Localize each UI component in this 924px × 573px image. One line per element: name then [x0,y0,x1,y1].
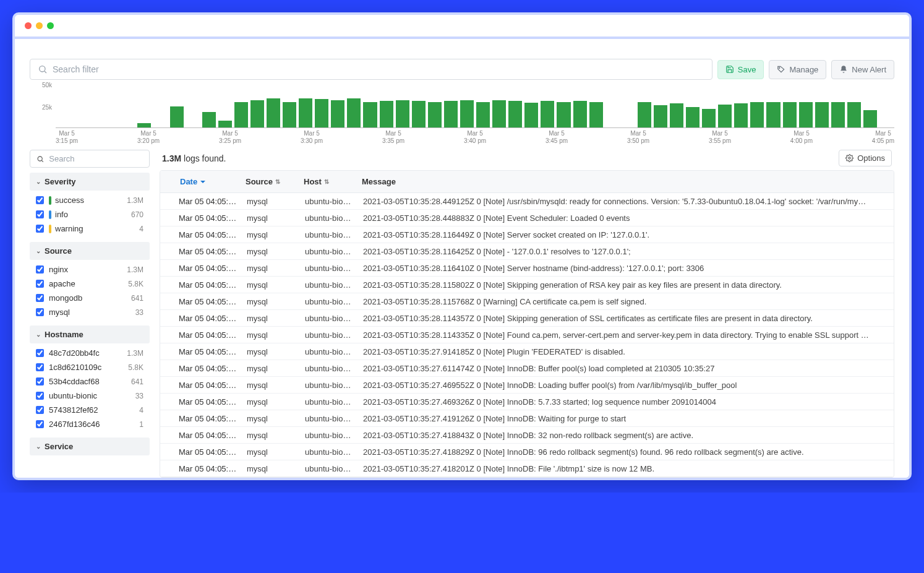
table-row[interactable]: Mar 05 04:05:39mysqlubuntu-bionic2021-03… [160,410,894,427]
chart-bar[interactable] [847,102,861,127]
facet-item[interactable]: nginx1.3M [31,262,148,277]
chart-bar[interactable] [492,100,506,127]
facet-search-input[interactable] [49,154,143,163]
save-button[interactable]: Save [717,60,764,79]
chart-bar[interactable] [815,102,829,127]
table-row[interactable]: Mar 05 04:05:39mysqlubuntu-bionic2021-03… [160,460,894,477]
chart-bar[interactable] [638,102,651,127]
chart-bar[interactable] [380,101,393,127]
facet-item[interactable]: 1c8d6210109c5.8K [31,360,148,374]
facet-item[interactable]: 53b4cddacf68641 [31,374,148,389]
chart-bar[interactable] [234,102,248,127]
chart-bar[interactable] [347,98,361,127]
column-message[interactable]: Message [357,171,894,192]
chart-bar[interactable] [863,110,877,127]
chart-bar[interactable] [267,98,280,127]
table-row[interactable]: Mar 05 04:05:39mysqlubuntu-bionic2021-03… [160,310,894,327]
chart-bar[interactable] [734,103,748,127]
facet-checkbox[interactable] [36,308,44,316]
chart-bar[interactable] [654,105,667,127]
chart-bar[interactable] [476,102,490,127]
chart-bar[interactable] [783,102,797,127]
maximize-icon[interactable] [47,22,54,29]
table-row[interactable]: Mar 05 04:05:39mysqlubuntu-bionic2021-03… [160,377,894,394]
facet-header[interactable]: ⌄Hostname [30,325,150,343]
new-alert-button[interactable]: New Alert [831,60,894,79]
table-row[interactable]: Mar 05 04:05:39mysqlubuntu-bionic2021-03… [160,210,894,226]
column-source[interactable]: Source ⇅ [241,171,299,192]
facet-item[interactable]: apache5.8K [31,277,148,291]
chart-bar[interactable] [702,109,716,127]
facet-item[interactable]: ubuntu-bionic33 [31,389,148,403]
table-row[interactable]: Mar 05 04:05:39mysqlubuntu-bionic2021-03… [160,293,894,310]
chart-bar[interactable] [315,99,328,127]
chart-bar[interactable] [428,102,442,127]
column-host[interactable]: Host ⇅ [299,171,357,192]
minimize-icon[interactable] [36,22,43,29]
facet-checkbox[interactable] [36,210,44,218]
chart-bar[interactable] [363,102,377,127]
chart-bar[interactable] [283,102,296,127]
chart-bar[interactable] [170,106,184,128]
chart-bar[interactable] [299,98,312,127]
chart-bar[interactable] [718,105,732,127]
facet-checkbox[interactable] [36,406,44,414]
chart-bar[interactable] [396,100,409,127]
facet-checkbox[interactable] [36,349,44,357]
table-row[interactable]: Mar 05 04:05:39mysqlubuntu-bionic2021-03… [160,427,894,444]
facet-item[interactable]: info670 [31,207,148,222]
facet-header[interactable]: ⌄Severity [30,173,150,191]
table-row[interactable]: Mar 05 04:05:39mysqlubuntu-bionic2021-03… [160,360,894,377]
facet-item[interactable]: 2467fd136c461 [31,417,148,431]
chart-bar[interactable] [831,102,845,127]
facet-item[interactable]: success1.3M [31,193,148,207]
chart-bar[interactable] [460,100,474,127]
facet-checkbox[interactable] [36,294,44,302]
facet-checkbox[interactable] [36,265,44,274]
table-row[interactable]: Mar 05 04:05:39mysqlubuntu-bionic2021-03… [160,243,894,260]
facet-header[interactable]: ⌄Service [30,437,150,455]
facet-checkbox[interactable] [36,392,44,400]
chart-bars[interactable] [56,85,894,128]
chart-bar[interactable] [589,102,603,127]
facet-item[interactable]: mysql33 [31,305,148,319]
facet-checkbox[interactable] [36,196,44,204]
facet-checkbox[interactable] [36,225,44,233]
facet-item[interactable]: 48c7d20bb4fc1.3M [31,346,148,360]
chart-bar[interactable] [331,100,344,127]
search-filter[interactable] [30,59,712,80]
manage-button[interactable]: Manage [769,60,826,79]
chart-bar[interactable] [250,100,264,127]
chart-bar[interactable] [573,101,587,127]
search-filter-input[interactable] [53,64,704,74]
facet-item[interactable]: warning4 [31,222,148,236]
facet-checkbox[interactable] [36,420,44,428]
table-row[interactable]: Mar 05 04:05:39mysqlubuntu-bionic2021-03… [160,444,894,460]
chart-bar[interactable] [524,103,538,127]
table-row[interactable]: Mar 05 04:05:39mysqlubuntu-bionic2021-03… [160,394,894,410]
facet-item[interactable]: 5743812fef624 [31,403,148,417]
table-row[interactable]: Mar 05 04:05:39mysqlubuntu-bionic2021-03… [160,260,894,277]
facet-checkbox[interactable] [36,363,44,371]
chart-bar[interactable] [137,123,151,127]
close-icon[interactable] [25,22,32,29]
chart-bar[interactable] [412,101,426,127]
chart-bar[interactable] [750,102,764,127]
chart-bar[interactable] [444,101,458,127]
facet-checkbox[interactable] [36,280,44,288]
chart-bar[interactable] [686,107,699,127]
facet-header[interactable]: ⌄Source [30,242,150,260]
chart-bar[interactable] [218,121,232,127]
chart-bar[interactable] [202,112,216,127]
table-row[interactable]: Mar 05 04:05:39mysqlubuntu-bionic2021-03… [160,277,894,293]
chart-bar[interactable] [541,101,554,127]
chart-bar[interactable] [508,101,522,127]
facet-checkbox[interactable] [36,377,44,386]
table-row[interactable]: Mar 05 04:05:39mysqlubuntu-bionic2021-03… [160,343,894,360]
column-date[interactable]: Date [160,171,241,192]
table-row[interactable]: Mar 05 04:05:39mysqlubuntu-bionic2021-03… [160,327,894,343]
facet-search[interactable] [30,150,150,168]
facet-item[interactable]: mongodb641 [31,291,148,305]
chart-bar[interactable] [799,102,813,127]
chart-bar[interactable] [670,103,683,127]
